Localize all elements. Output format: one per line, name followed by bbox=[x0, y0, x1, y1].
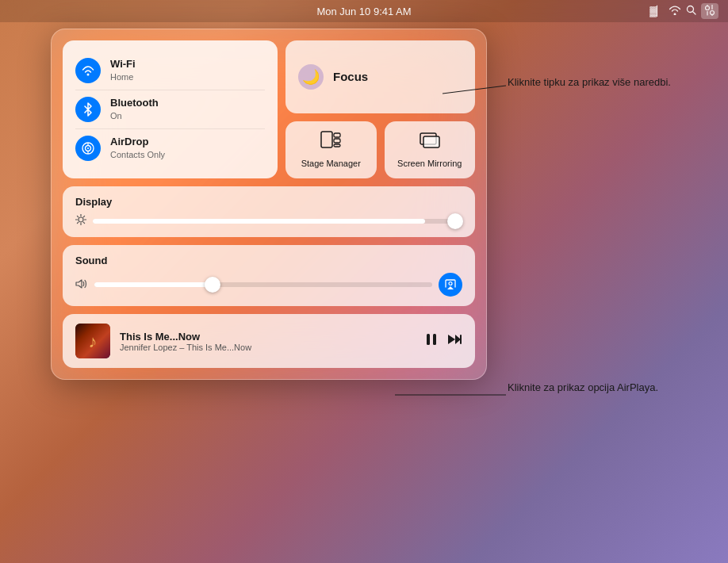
focus-moon-icon: 🌙 bbox=[298, 64, 324, 90]
brightness-low-icon bbox=[75, 214, 86, 228]
focus-annotation-text: Kliknite tipku za prikaz više naredbi. bbox=[508, 76, 671, 88]
stage-manager-icon bbox=[320, 131, 341, 153]
svg-line-27 bbox=[83, 216, 84, 216]
track-name: This Is Me...Now bbox=[120, 331, 415, 343]
stage-manager-label: Stage Manager bbox=[301, 158, 361, 169]
now-playing-tile[interactable]: ♪ This Is Me...Now Jennifer Lopez – This… bbox=[63, 314, 475, 368]
track-artist: Jennifer Lopez – This Is Me...Now bbox=[120, 343, 415, 352]
pause-button[interactable] bbox=[424, 332, 439, 350]
airdrop-text: AirDrop Contacts Only bbox=[110, 136, 165, 160]
volume-icon bbox=[75, 278, 88, 292]
wifi-text: Wi-Fi Home bbox=[110, 58, 136, 82]
svg-text:♪: ♪ bbox=[89, 331, 98, 351]
airplay-annotation: Kliknite za prikaz opcija AirPlaya. bbox=[508, 381, 682, 395]
menubar-icons: ▓▏ bbox=[649, 3, 718, 19]
wifi-status: Home bbox=[110, 71, 136, 82]
album-art: ♪ bbox=[75, 324, 110, 358]
wifi-item[interactable]: Wi-Fi Home bbox=[75, 52, 265, 90]
svg-line-26 bbox=[83, 222, 84, 223]
svg-rect-32 bbox=[427, 334, 430, 345]
svg-point-0 bbox=[688, 6, 694, 13]
stage-manager-tile[interactable]: Stage Manager bbox=[285, 121, 377, 178]
top-row: Wi-Fi Home Bluetooth On bbox=[63, 40, 475, 178]
control-center-icon[interactable] bbox=[701, 3, 718, 19]
bluetooth-icon[interactable] bbox=[75, 97, 101, 122]
svg-rect-16 bbox=[334, 139, 340, 143]
screen-mirroring-label: Screen Mirroring bbox=[397, 158, 462, 169]
svg-rect-17 bbox=[334, 144, 340, 147]
sound-section: Sound bbox=[63, 245, 475, 306]
playback-controls bbox=[424, 332, 462, 350]
bluetooth-item[interactable]: Bluetooth On bbox=[75, 90, 265, 129]
svg-rect-33 bbox=[433, 334, 436, 345]
svg-rect-19 bbox=[423, 136, 439, 147]
svg-rect-15 bbox=[334, 133, 340, 137]
search-icon[interactable] bbox=[686, 5, 696, 17]
svg-point-11 bbox=[87, 147, 89, 149]
svg-rect-14 bbox=[321, 132, 332, 147]
airdrop-item[interactable]: AirDrop Contacts Only bbox=[75, 129, 265, 167]
bluetooth-text: Bluetooth On bbox=[110, 97, 159, 121]
screen-mirroring-icon bbox=[419, 131, 441, 153]
display-label: Display bbox=[75, 196, 462, 208]
airdrop-icon[interactable] bbox=[75, 136, 101, 161]
svg-line-1 bbox=[693, 12, 695, 14]
control-center-panel: Wi-Fi Home Bluetooth On bbox=[51, 29, 487, 380]
svg-point-20 bbox=[79, 217, 83, 222]
album-art-image: ♪ bbox=[75, 324, 110, 358]
focus-label: Focus bbox=[333, 70, 368, 83]
menubar-datetime: Mon Jun 10 9:41 AM bbox=[316, 6, 411, 17]
display-section: Display bbox=[63, 186, 475, 237]
airdrop-status: Contacts Only bbox=[110, 149, 165, 160]
airdrop-name: AirDrop bbox=[110, 136, 165, 149]
track-info: This Is Me...Now Jennifer Lopez – This I… bbox=[120, 331, 415, 352]
volume-slider[interactable] bbox=[94, 282, 432, 287]
bluetooth-status: On bbox=[110, 110, 159, 121]
bluetooth-name: Bluetooth bbox=[110, 97, 159, 110]
svg-line-25 bbox=[77, 216, 78, 216]
airplay-button[interactable] bbox=[439, 273, 462, 297]
wifi-icon bbox=[669, 6, 681, 17]
focus-annotation: Kliknite tipku za prikaz više naredbi. bbox=[508, 75, 682, 90]
focus-tile[interactable]: 🌙 Focus bbox=[285, 40, 475, 113]
volume-row bbox=[75, 273, 462, 297]
brightness-slider-row bbox=[75, 214, 462, 228]
airplay-annotation-text: Kliknite za prikaz opcija AirPlaya. bbox=[508, 381, 658, 393]
svg-rect-34 bbox=[460, 335, 462, 344]
skip-forward-button[interactable] bbox=[446, 332, 462, 350]
network-tile[interactable]: Wi-Fi Home Bluetooth On bbox=[63, 40, 278, 178]
wifi-name: Wi-Fi bbox=[110, 58, 136, 71]
svg-point-29 bbox=[449, 282, 452, 285]
menubar: Mon Jun 10 9:41 AM ▓▏ bbox=[0, 0, 728, 22]
brightness-slider[interactable] bbox=[93, 219, 462, 224]
bottom-right-tiles: Stage Manager Screen Mirroring bbox=[285, 121, 475, 178]
svg-point-8 bbox=[87, 74, 90, 76]
sound-label: Sound bbox=[75, 255, 462, 266]
screen-mirroring-tile[interactable]: Screen Mirroring bbox=[385, 121, 476, 178]
wifi-toggle-icon[interactable] bbox=[75, 58, 101, 83]
battery-icon: ▓▏ bbox=[649, 6, 664, 17]
svg-line-28 bbox=[77, 222, 78, 223]
right-tiles: 🌙 Focus Stage Manager bbox=[285, 40, 475, 178]
